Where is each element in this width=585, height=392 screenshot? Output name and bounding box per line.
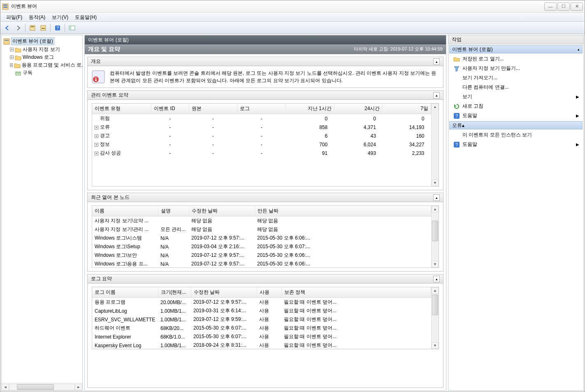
scroll-down-icon[interactable]: ▼ — [432, 180, 439, 186]
table-row[interactable]: CaptureLibLog1.00MB/1...2019-03-31 오후 6:… — [92, 307, 431, 315]
tree-subscriptions[interactable]: 구독 — [2, 69, 81, 77]
action-item[interactable]: 보기 가져오기... — [448, 73, 583, 83]
col-event-id[interactable]: 이벤트 ID — [151, 104, 189, 114]
recent-v-scrollbar[interactable]: ▲▼ — [431, 206, 439, 267]
tree-item-label: 구독 — [23, 69, 32, 76]
table-row[interactable]: Windows 로그\응용 프...N/A2019-07-12 오후 9:57:… — [92, 260, 431, 267]
table-row[interactable]: Internet Explorer68KB/1.0...2015-05-30 오… — [92, 332, 431, 341]
col-7day[interactable]: 7일 — [383, 104, 431, 114]
action-item[interactable]: 저장된 로그 열기... — [448, 54, 583, 64]
toolbar-find-icon[interactable] — [39, 23, 48, 32]
scroll-up-icon[interactable]: ▲ — [432, 104, 439, 110]
log-summary-section: 로그 요약 ▴ 로그 이름 크기(현재... 수정한 날짜 — [87, 274, 443, 388]
toolbar-properties-icon[interactable] — [28, 23, 37, 32]
menu-file[interactable]: 파일(F) — [3, 13, 26, 21]
col-1hour[interactable]: 지난 1시간 — [286, 104, 334, 114]
scroll-thumb[interactable] — [432, 295, 438, 315]
table-row[interactable]: 사용자 지정 보기\요약 ...해당 없음해당 없음 — [92, 217, 431, 226]
overview-section-header[interactable]: 개요 ▴ — [88, 57, 443, 66]
collapse-icon[interactable]: ▴ — [433, 194, 440, 201]
action-item[interactable]: 보기▶ — [448, 92, 583, 101]
collapse-icon[interactable]: ▴ — [433, 276, 440, 282]
action-item[interactable]: 이 이벤트의 모든 인스턴스 보기 — [448, 130, 583, 140]
table-row[interactable]: Windows 로그\시스템N/A2019-07-12 오후 9:57:...2… — [92, 234, 431, 242]
log-section-header[interactable]: 로그 요약 ▴ — [88, 274, 443, 284]
toolbar-pane-icon[interactable] — [67, 23, 77, 32]
table-row[interactable]: Windows 로그\보안N/A2019-07-12 오후 9:57:...20… — [92, 251, 431, 260]
expand-icon[interactable]: + — [95, 152, 98, 155]
expand-icon[interactable]: + — [10, 63, 13, 67]
tree-apps-services[interactable]: + 응용 프로그램 및 서비스 로... — [2, 61, 81, 69]
actions-group-header[interactable]: 오류 ▴ — [449, 121, 583, 129]
table-row[interactable]: Windows 로그\SetupN/A2019-03-04 오후 2:16:..… — [92, 242, 431, 251]
scroll-down-icon[interactable]: ▼ — [432, 342, 439, 349]
collapse-icon[interactable]: ▴ — [433, 58, 440, 65]
forward-button[interactable] — [14, 23, 23, 32]
table-row[interactable]: +감사 성공---914932,233 — [92, 149, 431, 157]
tree-root[interactable]: 이벤트 뷰어 (로컬) — [2, 37, 81, 46]
collapse-icon[interactable]: ▴ — [433, 92, 440, 99]
col-policy[interactable]: 보존 정책 — [281, 287, 431, 298]
table-row[interactable]: 하드웨어 이벤트68KB/20...2015-05-30 오후 6:07:...… — [92, 324, 431, 332]
col-source[interactable]: 원본 — [189, 104, 237, 114]
expand-icon[interactable]: + — [10, 48, 14, 51]
action-item[interactable]: ?도움말▶ — [448, 140, 583, 149]
action-item[interactable]: ?도움말▶ — [448, 111, 583, 120]
table-row[interactable]: +오류---8584,37114,193 — [92, 123, 431, 131]
close-button[interactable]: ✕ — [571, 2, 583, 11]
col-log-name[interactable]: 로그 이름 — [92, 287, 158, 298]
menu-action[interactable]: 동작(A) — [26, 13, 49, 21]
action-item[interactable]: 사용자 지정 보기 만들기... — [448, 64, 583, 73]
col-name[interactable]: 이름 — [92, 206, 158, 217]
table-row[interactable]: +정보---7006,02434,227 — [92, 140, 431, 149]
collapse-icon[interactable]: ▴ — [462, 122, 464, 128]
col-event-type[interactable]: 이벤트 유형 — [92, 104, 151, 114]
expand-icon[interactable]: + — [95, 134, 98, 138]
scroll-thumb[interactable] — [432, 221, 438, 241]
table-row[interactable]: 사용자 지정 보기\관리 ...모든 관리...해당 없음해당 없음 — [92, 225, 431, 234]
minimize-button[interactable]: — — [544, 2, 557, 11]
table-row[interactable]: 위험---000 — [92, 114, 431, 123]
collapse-icon[interactable]: ▴ — [578, 47, 580, 51]
col-created[interactable]: 만든 날짜 — [255, 206, 431, 217]
action-item[interactable]: 다른 컴퓨터에 연결... — [448, 83, 583, 92]
admin-events-table[interactable]: 이벤트 유형 이벤트 ID 원본 로그 지난 1시간 24시간 7일 위험---… — [92, 104, 431, 157]
tree-windows-logs[interactable]: + Windows 로그 — [2, 53, 81, 61]
col-desc[interactable]: 설명 — [158, 206, 189, 217]
log-summary-table[interactable]: 로그 이름 크기(현재... 수정한 날짜 사용 보존 정책 응용 프로그램20… — [92, 287, 431, 349]
col-log[interactable]: 로그 — [237, 104, 286, 114]
table-row[interactable]: ESRV_SVC_WILLAMETTE1.00MB/1...2019-07-12… — [92, 315, 431, 324]
scroll-up-icon[interactable]: ▲ — [432, 206, 439, 212]
expand-icon[interactable]: + — [10, 55, 14, 59]
scroll-thumb[interactable] — [17, 384, 54, 390]
col-modified[interactable]: 수정한 날짜 — [191, 287, 257, 298]
action-item[interactable]: 새로 고침 — [448, 101, 583, 111]
tree-h-scrollbar[interactable]: ◄ ► — [2, 383, 82, 390]
table-row[interactable]: 응용 프로그램20.00MB/...2019-07-12 오후 9:57:...… — [92, 298, 431, 307]
recent-nodes-table[interactable]: 이름 설명 수정한 날짜 만든 날짜 사용자 지정 보기\요약 ...해당 없음… — [92, 206, 431, 267]
expand-icon[interactable]: + — [95, 126, 98, 129]
maximize-button[interactable]: ☐ — [557, 2, 570, 11]
log-v-scrollbar[interactable]: ▲▼ — [431, 287, 439, 349]
col-24hour[interactable]: 24시간 — [334, 104, 383, 114]
actions-group-header[interactable]: 이벤트 뷰어 (로컬) ▴ — [449, 45, 583, 53]
admin-v-scrollbar[interactable]: ▲▼ — [431, 104, 439, 186]
recent-section-header[interactable]: 최근 열어 본 노드 ▴ — [88, 193, 443, 202]
scroll-down-icon[interactable]: ▼ — [432, 261, 439, 267]
menu-help[interactable]: 도움말(H) — [72, 13, 100, 21]
scroll-up-icon[interactable]: ▲ — [432, 287, 439, 294]
scroll-left-icon[interactable]: ◄ — [2, 384, 9, 390]
expand-icon[interactable]: + — [95, 143, 98, 147]
col-enabled[interactable]: 사용 — [257, 287, 281, 298]
tree-custom-views[interactable]: + 사용자 지정 보기 — [2, 46, 81, 53]
admin-section-header[interactable]: 관리 이벤트 요약 ▴ — [88, 91, 443, 100]
scroll-right-icon[interactable]: ► — [75, 384, 82, 390]
menu-view[interactable]: 보기(V) — [49, 13, 72, 21]
back-button[interactable] — [3, 23, 12, 32]
col-size[interactable]: 크기(현재... — [158, 287, 191, 298]
toolbar-help-icon[interactable]: ? — [53, 23, 62, 32]
col-modified[interactable]: 수정한 날짜 — [189, 206, 255, 217]
table-row[interactable]: Kaspersky Event Log1.00MB/1...2018-09-24… — [92, 341, 431, 349]
folder-icon — [15, 46, 21, 53]
table-row[interactable]: +경고---643160 — [92, 131, 431, 140]
